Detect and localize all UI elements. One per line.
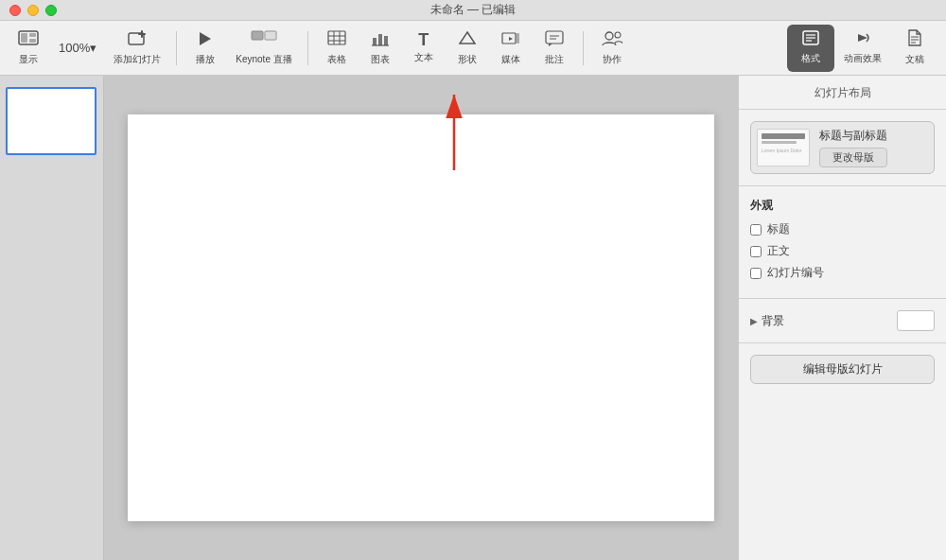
comment-icon (545, 30, 564, 50)
panel-header: 幻灯片布局 (739, 76, 946, 110)
canvas-area[interactable] (104, 76, 738, 560)
media-icon (501, 30, 520, 50)
document-label: 文稿 (905, 53, 924, 66)
svg-rect-18 (384, 36, 388, 45)
display-button[interactable]: 显示 (8, 25, 49, 72)
svg-point-29 (615, 32, 621, 38)
document-button[interactable]: 文稿 (891, 25, 938, 72)
media-button[interactable]: 媒体 (490, 25, 532, 72)
background-color-swatch[interactable] (897, 310, 935, 331)
divider-2 (307, 31, 308, 65)
traffic-lights (9, 5, 57, 16)
svg-marker-22 (509, 37, 513, 41)
background-section: ▶ 背景 (739, 299, 946, 343)
svg-rect-11 (328, 31, 345, 44)
collaborate-label: 协作 (603, 53, 622, 66)
format-label: 格式 (801, 52, 820, 65)
layout-thumb-text: Lorem Ipsum Dolor (762, 148, 805, 153)
main-content: 1 幻灯片布局 Lorem Ipsum Dol (0, 76, 946, 560)
layout-thumb-title (762, 133, 805, 139)
collaborate-icon (602, 30, 622, 50)
title-bar: 未命名 — 已编辑 (0, 0, 946, 21)
slide-panel[interactable]: 1 (0, 76, 104, 560)
close-button[interactable] (9, 5, 21, 16)
body-checkbox-label: 正文 (767, 243, 790, 259)
title-checkbox-label: 标题 (767, 221, 790, 237)
background-row: ▶ 背景 (750, 310, 935, 331)
text-button[interactable]: T 文本 (403, 25, 445, 72)
layout-info: 标题与副标题 更改母版 (819, 128, 887, 167)
title-checkbox-row: 标题 (750, 221, 935, 237)
svg-rect-2 (29, 33, 36, 37)
appearance-section: 外观 标题 正文 幻灯片编号 (739, 186, 946, 299)
keynote-live-button[interactable]: Keynote 直播 (228, 25, 299, 72)
table-icon (327, 30, 346, 50)
chart-icon (371, 30, 390, 50)
svg-marker-34 (858, 34, 867, 42)
layout-section: Lorem Ipsum Dolor 标题与副标题 更改母版 (739, 110, 946, 186)
format-icon (802, 30, 819, 49)
svg-rect-3 (29, 39, 36, 43)
text-label: 文本 (414, 51, 433, 64)
maximize-button[interactable] (45, 5, 57, 16)
table-button[interactable]: 表格 (316, 25, 358, 72)
svg-rect-17 (378, 34, 382, 45)
title-checkbox[interactable] (750, 224, 762, 236)
comment-button[interactable]: 批注 (534, 25, 575, 72)
table-label: 表格 (327, 53, 346, 66)
svg-marker-7 (200, 32, 211, 45)
slide-number-checkbox-label: 幻灯片编号 (767, 265, 824, 281)
change-master-button[interactable]: 更改母版 (819, 148, 887, 167)
slide-canvas[interactable] (128, 114, 714, 521)
shape-label: 形状 (458, 53, 477, 66)
play-icon (197, 30, 214, 50)
divider-3 (583, 31, 584, 65)
edit-master-button[interactable]: 编辑母版幻灯片 (750, 355, 935, 384)
animate-icon (854, 30, 871, 49)
slide-thumbnail[interactable] (6, 87, 96, 155)
play-button[interactable]: 播放 (184, 25, 226, 72)
zoom-button[interactable]: 100%▾ (51, 25, 104, 72)
panel-title: 幻灯片布局 (815, 85, 871, 101)
keynote-live-icon (251, 30, 277, 50)
shape-button[interactable]: 形状 (447, 25, 488, 72)
layout-name: 标题与副标题 (819, 128, 887, 144)
right-panel: 幻灯片布局 Lorem Ipsum Dolor 标题与副标题 更改母版 外观 (738, 76, 946, 560)
background-toggle[interactable]: ▶ 背景 (750, 313, 784, 329)
appearance-title: 外观 (750, 198, 935, 214)
slide-number-checkbox[interactable] (750, 268, 762, 279)
format-button[interactable]: 格式 (787, 25, 834, 72)
panel-toggle-group: 格式 动画效果 文稿 (787, 25, 938, 72)
layout-thumb-subtitle (762, 141, 797, 144)
background-label: 背景 (762, 313, 784, 329)
text-icon: T (418, 31, 429, 48)
svg-point-28 (605, 32, 613, 40)
chevron-right-icon: ▶ (750, 316, 758, 326)
chart-button[interactable]: 图表 (359, 25, 401, 72)
window-title: 未命名 — 已编辑 (430, 2, 517, 18)
body-checkbox[interactable] (750, 246, 762, 257)
svg-rect-8 (252, 31, 263, 40)
minimize-button[interactable] (27, 5, 39, 16)
collaborate-button[interactable]: 协作 (591, 25, 633, 72)
add-slide-icon (128, 30, 147, 50)
svg-rect-23 (517, 33, 519, 44)
shape-icon (458, 30, 477, 50)
body-checkbox-row: 正文 (750, 243, 935, 259)
animate-button[interactable]: 动画效果 (836, 25, 889, 72)
add-slide-button[interactable]: 添加幻灯片 (106, 25, 168, 72)
display-label: 显示 (19, 53, 38, 66)
comment-label: 批注 (545, 53, 564, 66)
animate-label: 动画效果 (844, 52, 882, 65)
keynote-live-label: Keynote 直播 (236, 53, 291, 66)
toolbar: 显示 100%▾ 添加幻灯片 播放 (0, 21, 946, 76)
layout-thumbnail: Lorem Ipsum Dolor (757, 129, 810, 166)
add-slide-label: 添加幻灯片 (114, 53, 161, 66)
display-icon (18, 30, 39, 50)
document-icon (907, 29, 922, 50)
svg-rect-24 (546, 31, 563, 44)
edit-master-section: 编辑母版幻灯片 (739, 343, 946, 395)
layout-card: Lorem Ipsum Dolor 标题与副标题 更改母版 (750, 121, 935, 174)
svg-rect-16 (373, 38, 377, 45)
divider-1 (176, 31, 177, 65)
